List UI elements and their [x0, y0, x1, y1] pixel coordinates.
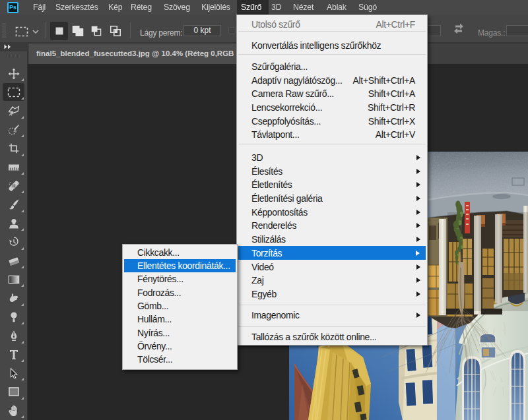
swap-width-height-icon[interactable]: [453, 24, 464, 34]
menu-item-3d[interactable]: 3D: [238, 151, 426, 165]
menu-item-sz-r-gal-ria[interactable]: Szűrőgaléria...: [238, 60, 426, 74]
submenu-arrow-icon: [416, 155, 420, 160]
menu-item-vide[interactable]: Videó: [238, 260, 426, 274]
menubar-item-sg[interactable]: Súgó: [358, 0, 377, 15]
type-tool[interactable]: [3, 345, 24, 363]
submenu-item-fodroz-s[interactable]: Fodrozás...: [123, 286, 236, 299]
rectangular-marquee-tool[interactable]: [3, 83, 24, 101]
submenu-arrow-icon: [416, 210, 420, 215]
submenu-item-cikkcakk[interactable]: Cikkcakk...: [123, 246, 236, 259]
submenu-item-f-nyt-r-s[interactable]: Fénytörés...: [123, 272, 236, 285]
photoshop-window: final5_blended_fusecutted3.jpg @ 10.4% (…: [0, 0, 528, 420]
menu-item-label: Távlatpont...: [251, 129, 300, 140]
anti-alias-checkbox[interactable]: [228, 27, 236, 34]
options-separator: [45, 22, 46, 38]
menu-item-lencsekorrekci[interactable]: Lencsekorrekció...Shift+Ctrl+R: [238, 101, 426, 115]
tool-flyout-indicator: [21, 378, 24, 380]
menubar-item-rteg[interactable]: Réteg: [131, 0, 152, 15]
menu-item-zaj[interactable]: Zaj: [238, 274, 426, 287]
height-input[interactable]: [506, 25, 528, 36]
menu-item-imagenomic[interactable]: Imagenomic: [238, 309, 426, 322]
menu-item-stiliz-l-s[interactable]: Stilizálás: [238, 233, 426, 247]
menu-item-torz-t-s[interactable]: Torzítás: [238, 246, 426, 260]
submenu-item-t-lcs-r[interactable]: Tölcsér...: [123, 353, 236, 366]
intersect-selection-icon: [110, 26, 121, 36]
tool-flyout-indicator: [21, 78, 24, 81]
menubar-item-3d[interactable]: 3D: [271, 0, 281, 15]
clone-stamp-tool[interactable]: [3, 214, 24, 232]
submenu-item-ny-r-s[interactable]: Nyírás...: [123, 326, 236, 340]
rectangular-marquee-icon[interactable]: [15, 26, 28, 37]
feather-input[interactable]: 0 kpt: [183, 25, 221, 36]
menubar-item-fjl[interactable]: Fájl: [33, 0, 46, 15]
submenu-item-label: Cikkcakk...: [137, 247, 180, 258]
ruler-tool[interactable]: [3, 158, 24, 176]
crop-tool[interactable]: [3, 140, 24, 158]
menu-bar: Ps FájlSzerkesztésKépRétegSzövegKijelölé…: [0, 0, 528, 15]
smudge-tool[interactable]: [3, 289, 24, 307]
menu-item-egy-b[interactable]: Egyéb: [238, 287, 426, 301]
menubar-item-szveg[interactable]: Szöveg: [164, 0, 190, 15]
brush-tool[interactable]: [3, 196, 24, 214]
menu-item-konvert-l-s-intelligens-sz-r-kh-z[interactable]: Konvertálás intelligens szűrőkhöz: [238, 38, 426, 52]
menubar-item-kijells[interactable]: Kijelölés: [201, 0, 230, 15]
menubar-item-kp[interactable]: Kép: [108, 0, 122, 15]
new-selection-button[interactable]: [50, 22, 68, 40]
polygonal-lasso-tool[interactable]: [3, 102, 24, 120]
menu-item-camera-raw-sz-r[interactable]: Camera Raw szűrő...Shift+Ctrl+A: [238, 87, 426, 101]
subtract-from-selection-button[interactable]: [87, 22, 105, 40]
menu-item-cseppfoly-s-t-s[interactable]: Cseppfolyósítás...Shift+Ctrl+X: [238, 114, 426, 128]
menu-item-tall-z-s-a-sz-r-k-k-z-tt-online[interactable]: Tallózás a szűrők között online...: [238, 330, 426, 344]
menubar-item-szerkeszts[interactable]: Szerkesztés: [55, 0, 98, 15]
menu-shortcut: Alt+Shift+Ctrl+A: [353, 75, 415, 86]
add-to-selection-icon: [72, 26, 83, 36]
menu-item-label: Konvertálás intelligens szűrőkhöz: [251, 40, 381, 51]
tool-flyout-indicator: [21, 210, 24, 212]
history-brush-tool[interactable]: [3, 233, 24, 251]
intersect-selection-button[interactable]: [106, 22, 124, 40]
gradient-tool[interactable]: [3, 270, 24, 288]
menu-separator: [238, 326, 426, 327]
menu-item-k-ppontos-t-s[interactable]: Képpontosítás: [238, 205, 426, 219]
quick-selection-tool[interactable]: [3, 121, 24, 138]
tool-flyout-indicator: [21, 135, 24, 137]
tool-flyout-indicator: [21, 172, 24, 175]
menu-item-label: Életlenítés: [251, 179, 292, 190]
pen-tool[interactable]: [3, 327, 24, 345]
tools-panel-header[interactable]: [0, 42, 28, 51]
dodge-tool[interactable]: [3, 308, 24, 326]
menu-item-letlen-t-s[interactable]: Életlenítés: [238, 178, 426, 192]
menu-item-letlen-t-si-gal-ria[interactable]: Életlenítési galéria: [238, 192, 426, 206]
rectangle-shape-tool[interactable]: [3, 383, 24, 401]
submenu-item-ellent-tes-koordin-t-k[interactable]: Ellentétes koordináták...: [124, 259, 236, 272]
menubar-item-ablak[interactable]: Ablak: [327, 0, 346, 15]
chevron-down-icon[interactable]: [32, 30, 39, 34]
submenu-arrow-icon: [416, 264, 420, 270]
add-to-selection-button[interactable]: [69, 22, 86, 40]
menu-item-adapt-v-nagyl-t-sz-g[interactable]: Adaptív nagylátószög...Alt+Shift+Ctrl+A: [238, 73, 426, 87]
tool-flyout-indicator: [21, 415, 24, 418]
document-tab[interactable]: final5_blended_fusecutted3.jpg @ 10.4% (…: [29, 44, 261, 64]
move-tool[interactable]: [3, 65, 24, 82]
menu-item-les-t-s[interactable]: Élesítés: [238, 164, 426, 178]
path-selection-tool[interactable]: [3, 364, 24, 382]
submenu-item-label: Fodrozás...: [137, 287, 181, 298]
options-bar-grip[interactable]: [2, 23, 6, 38]
distort-submenu: Cikkcakk...Ellentétes koordináták...Fény…: [122, 244, 238, 370]
submenu-item-hull-m[interactable]: Hullám...: [123, 313, 236, 326]
eraser-tool[interactable]: [3, 252, 24, 270]
menu-item-t-vlatpont[interactable]: Távlatpont...Alt+Ctrl+V: [238, 128, 426, 142]
hand-tool[interactable]: [3, 402, 24, 419]
menubar-item-szr[interactable]: Szűrő: [241, 0, 261, 15]
tool-flyout-indicator: [21, 284, 24, 287]
submenu-item-rv-ny[interactable]: Örvény...: [123, 340, 236, 353]
photo-arched-window: [462, 356, 482, 420]
tools-panel: [0, 42, 28, 420]
feather-label: Lágy perem:: [140, 28, 183, 38]
submenu-item-g-mb[interactable]: Gömb...: [123, 299, 236, 313]
menubar-item-nzet[interactable]: Nézet: [293, 0, 314, 15]
spot-healing-brush-tool[interactable]: [3, 177, 24, 195]
tools-panel-grip[interactable]: [7, 54, 21, 57]
menu-item-renderel-s[interactable]: Renderelés: [238, 219, 426, 233]
tool-flyout-indicator: [21, 116, 24, 119]
